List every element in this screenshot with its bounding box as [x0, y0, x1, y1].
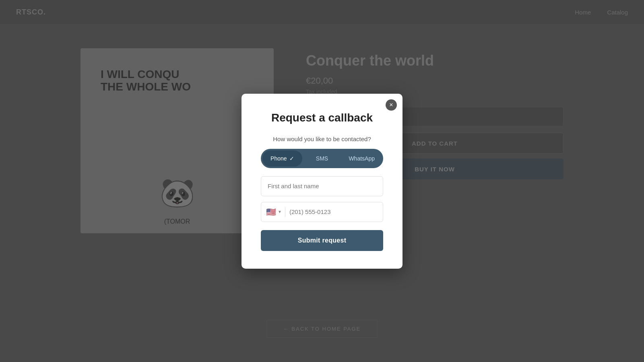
dropdown-arrow-icon: ▼ [278, 210, 282, 214]
phone-input[interactable] [289, 208, 378, 215]
tab-sms[interactable]: SMS [302, 150, 342, 167]
submit-button[interactable]: Submit request [261, 230, 383, 251]
name-input[interactable] [261, 176, 383, 196]
modal-question: How would you like to be contacted? [261, 136, 383, 142]
modal-close-button[interactable]: × [386, 99, 397, 111]
modal-title: Request a callback [261, 111, 383, 124]
phone-field-wrapper: 🇺🇸 ▼ [261, 202, 383, 222]
phone-divider [285, 207, 285, 217]
flag-emoji: 🇺🇸 [266, 207, 276, 217]
phone-tab-label: Phone [270, 155, 287, 162]
tab-whatsapp[interactable]: WhatsApp [342, 150, 382, 167]
modal-overlay: × Request a callback How would you like … [0, 0, 644, 362]
callback-modal: × Request a callback How would you like … [242, 94, 402, 269]
phone-tab-check: ✓ [289, 155, 294, 162]
contact-method-tabs: Phone ✓ SMS WhatsApp [261, 149, 383, 168]
tab-phone[interactable]: Phone ✓ [262, 150, 302, 167]
flag-selector[interactable]: 🇺🇸 ▼ [266, 207, 282, 217]
